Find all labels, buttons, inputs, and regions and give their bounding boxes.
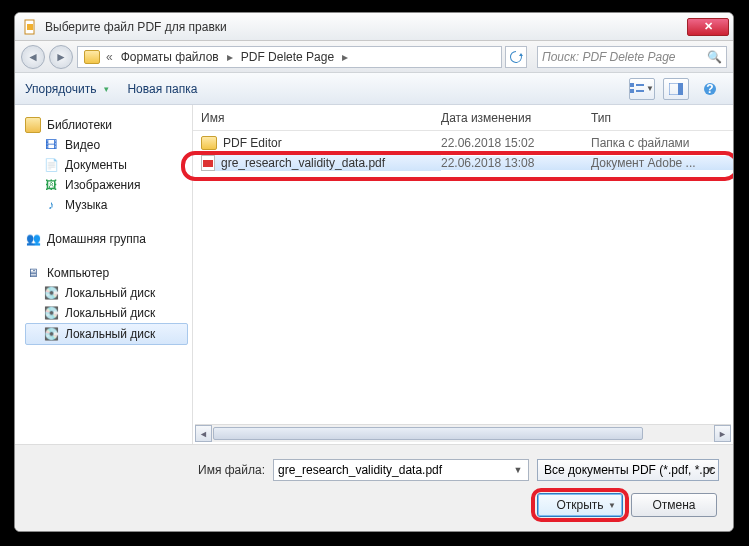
filename-label: Имя файла:: [29, 463, 265, 477]
file-row-pdf[interactable]: gre_research_validity_data.pdf 22.06.201…: [193, 153, 733, 173]
disk-icon: 💽: [43, 326, 59, 342]
view-icon: [630, 83, 644, 95]
breadcrumb[interactable]: « Форматы файлов ▸ PDF Delete Page ▸: [77, 46, 502, 68]
dialog-title: Выберите файл PDF для правки: [45, 20, 687, 34]
svg-rect-3: [630, 89, 634, 93]
filetype-filter[interactable]: Все документы PDF (*.pdf, *.pс ▼: [537, 459, 719, 481]
help-icon: ?: [703, 82, 717, 96]
file-list-area: Имя Дата изменения Тип PDF Editor 22.06.…: [193, 105, 733, 444]
chevron-right-icon: ▸: [340, 50, 350, 64]
documents-icon: 📄: [43, 157, 59, 173]
toolbar: Упорядочить Новая папка ▼ ?: [15, 73, 733, 105]
svg-rect-2: [630, 83, 634, 87]
breadcrumb-seg-1[interactable]: Форматы файлов: [115, 47, 225, 67]
breadcrumb-seg-2[interactable]: PDF Delete Page: [235, 47, 340, 67]
open-button[interactable]: Открыть ▼: [537, 493, 623, 517]
sidebar-item-music[interactable]: ♪Музыка: [25, 195, 188, 215]
sidebar-item-disk-3[interactable]: 💽Локальный диск: [25, 323, 188, 345]
chevron-right-icon: ▸: [225, 50, 235, 64]
pane-icon: [669, 83, 683, 95]
svg-rect-4: [636, 84, 644, 86]
chevron-down-icon[interactable]: ▼: [510, 462, 526, 478]
svg-rect-1: [27, 24, 33, 30]
scroll-thumb[interactable]: [213, 427, 643, 440]
file-list[interactable]: PDF Editor 22.06.2018 15:02 Папка с файл…: [193, 131, 733, 424]
folder-icon: [84, 50, 100, 64]
sidebar-item-disk-2[interactable]: 💽Локальный диск: [25, 303, 188, 323]
sidebar-item-disk-1[interactable]: 💽Локальный диск: [25, 283, 188, 303]
cancel-button[interactable]: Отмена: [631, 493, 717, 517]
close-button[interactable]: ✕: [687, 18, 729, 36]
sidebar-item-video[interactable]: 🎞Видео: [25, 135, 188, 155]
sidebar-item-images[interactable]: 🖼Изображения: [25, 175, 188, 195]
svg-rect-5: [636, 90, 644, 92]
column-headers: Имя Дата изменения Тип: [193, 105, 733, 131]
refresh-icon: [509, 50, 523, 64]
svg-rect-7: [678, 83, 683, 95]
libraries-icon: [25, 117, 41, 133]
titlebar: Выберите файл PDF для правки ✕: [15, 13, 733, 41]
nav-sidebar: Библиотеки 🎞Видео 📄Документы 🖼Изображени…: [15, 105, 193, 444]
sidebar-homegroup[interactable]: 👥Домашняя группа: [25, 229, 188, 249]
column-name[interactable]: Имя: [201, 111, 441, 125]
folder-icon: [201, 136, 217, 150]
forward-button[interactable]: ►: [49, 45, 73, 69]
disk-icon: 💽: [43, 285, 59, 301]
horizontal-scrollbar[interactable]: ◄ ►: [195, 424, 731, 442]
video-icon: 🎞: [43, 137, 59, 153]
file-row-folder[interactable]: PDF Editor 22.06.2018 15:02 Папка с файл…: [193, 133, 733, 153]
scroll-left-button[interactable]: ◄: [195, 425, 212, 442]
search-placeholder: Поиск: PDF Delete Page: [542, 50, 676, 64]
file-open-dialog: Выберите файл PDF для правки ✕ ◄ ► « Фор…: [14, 12, 734, 532]
svg-text:?: ?: [706, 82, 713, 96]
filename-input[interactable]: gre_research_validity_data.pdf ▼: [273, 459, 529, 481]
help-button[interactable]: ?: [697, 78, 723, 100]
sidebar-item-documents[interactable]: 📄Документы: [25, 155, 188, 175]
music-icon: ♪: [43, 197, 59, 213]
refresh-button[interactable]: [505, 46, 527, 68]
dialog-footer: Имя файла: gre_research_validity_data.pd…: [15, 444, 733, 531]
view-options-button[interactable]: ▼: [629, 78, 655, 100]
back-button[interactable]: ◄: [21, 45, 45, 69]
organize-menu[interactable]: Упорядочить: [25, 82, 109, 96]
images-icon: 🖼: [43, 177, 59, 193]
homegroup-icon: 👥: [25, 231, 41, 247]
preview-pane-button[interactable]: [663, 78, 689, 100]
pdf-icon: [201, 155, 215, 171]
app-icon: [23, 19, 39, 35]
scroll-right-button[interactable]: ►: [714, 425, 731, 442]
column-type[interactable]: Тип: [591, 111, 733, 125]
nav-bar: ◄ ► « Форматы файлов ▸ PDF Delete Page ▸…: [15, 41, 733, 73]
new-folder-button[interactable]: Новая папка: [127, 82, 197, 96]
computer-icon: 🖥: [25, 265, 41, 281]
dialog-body: Библиотеки 🎞Видео 📄Документы 🖼Изображени…: [15, 105, 733, 444]
search-icon: 🔍: [707, 50, 722, 64]
disk-icon: 💽: [43, 305, 59, 321]
search-input[interactable]: Поиск: PDF Delete Page 🔍: [537, 46, 727, 68]
sidebar-libraries[interactable]: Библиотеки: [25, 115, 188, 135]
sidebar-computer[interactable]: 🖥Компьютер: [25, 263, 188, 283]
chevron-down-icon: ▼: [706, 465, 715, 475]
column-date[interactable]: Дата изменения: [441, 111, 591, 125]
chevron-right-icon: «: [104, 50, 115, 64]
